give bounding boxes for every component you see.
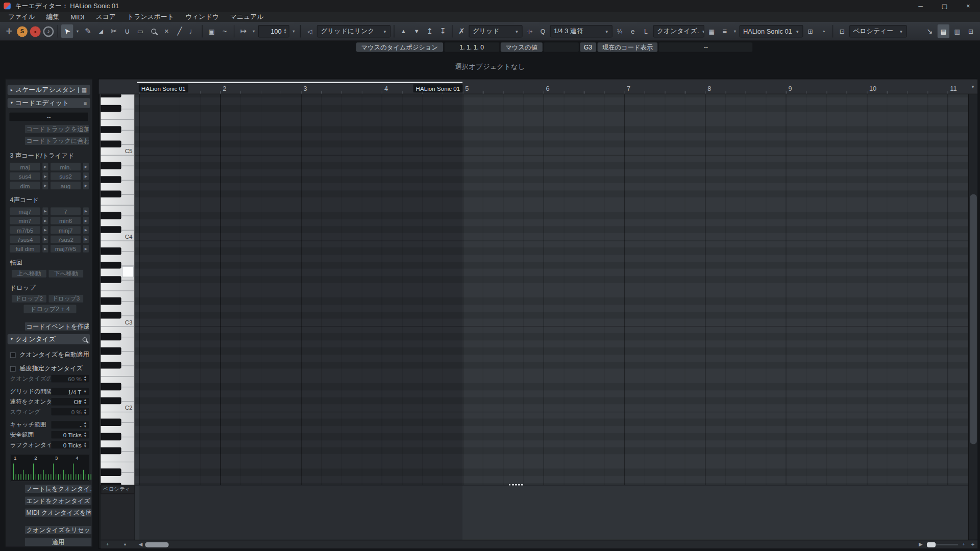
solo-editor-button[interactable]: S	[16, 24, 28, 38]
midi-part-region[interactable]	[139, 94, 462, 485]
menu-item[interactable]: MIDI	[65, 13, 90, 21]
piano-keys[interactable]: C5C4C3C2	[101, 94, 134, 485]
event-colors-select[interactable]: ベロシティー▼	[849, 25, 907, 37]
v-scroll-thumb[interactable]	[970, 194, 976, 444]
insert-velocity-caret[interactable]: ▼	[290, 24, 297, 38]
chord-button[interactable]: full dim	[9, 244, 40, 253]
quantize-q-icon[interactable]: Q	[537, 24, 549, 38]
section-transpose[interactable]: ▸ 移調 ♫	[8, 546, 90, 547]
black-key[interactable]	[101, 212, 121, 219]
audition-icon[interactable]: ◁	[304, 24, 315, 38]
nudge-up-icon[interactable]: ↥	[424, 24, 435, 38]
chord-variant-arrow[interactable]: ▶	[42, 207, 48, 215]
black-key[interactable]	[101, 262, 121, 269]
chord-button[interactable]: min.	[50, 162, 81, 171]
chord-button[interactable]: 7	[50, 207, 81, 215]
chord-button[interactable]: maj7/#5	[50, 244, 81, 253]
black-key[interactable]	[101, 176, 121, 183]
midi-input-icon[interactable]: ≡	[719, 24, 730, 38]
chord-variant-arrow[interactable]: ▶	[42, 181, 48, 190]
quantize-action-button[interactable]: ノート長をクオンタイズ	[24, 484, 92, 493]
quantize-apply-icon[interactable]: ✗	[456, 24, 468, 38]
black-key[interactable]	[101, 105, 121, 112]
v-zoom-area[interactable]	[968, 485, 977, 540]
black-key[interactable]	[101, 140, 121, 147]
glue-tool[interactable]: ∪	[121, 24, 133, 38]
black-key[interactable]	[101, 383, 121, 390]
line-tool[interactable]: ╱	[174, 24, 185, 38]
black-key[interactable]	[101, 162, 121, 169]
param-value[interactable]: 0 %▲▼	[51, 407, 89, 416]
grid-link-select[interactable]: グリッドにリンク▼	[317, 25, 390, 37]
length-quantize-l-icon[interactable]: L	[640, 24, 652, 38]
ruler[interactable]: HALion Sonic 01 HALion Sonic 01 23456789…	[99, 80, 968, 94]
chord-variant-arrow[interactable]: ▶	[83, 244, 89, 253]
split-tool[interactable]: ✂	[108, 24, 120, 38]
drop24-button[interactable]: ドロップ2 + 4	[23, 304, 77, 313]
menu-item[interactable]: ウィンドウ	[180, 12, 225, 21]
left-zone-toggle[interactable]: ▤	[938, 24, 949, 38]
h-zoom-in-button[interactable]: +	[960, 540, 968, 549]
param-value[interactable]: 0 Ticks▲▼	[51, 431, 89, 439]
match-chord-track-button[interactable]: コードトラックに合わせる	[24, 136, 89, 145]
black-key[interactable]	[101, 362, 121, 369]
iterative-quantize-icon[interactable]: ¼	[614, 24, 625, 38]
black-key[interactable]	[101, 433, 121, 440]
black-key[interactable]	[101, 397, 121, 405]
pitch-visibility-icon[interactable]: ✛	[3, 24, 15, 38]
lane-preset-caret[interactable]: ▼	[120, 540, 129, 549]
black-key[interactable]	[101, 226, 121, 233]
stepper-icon[interactable]: ▲▼	[84, 422, 87, 428]
chord-button[interactable]: aug	[50, 181, 81, 190]
menu-item[interactable]: スコア	[90, 12, 122, 21]
black-key[interactable]	[101, 312, 121, 319]
quantize-action-button[interactable]: クオンタイズをリセット	[24, 525, 92, 535]
object-selection-tool[interactable]: ➤	[61, 24, 73, 38]
menu-item[interactable]: マニュアル	[225, 12, 270, 21]
inversion-button[interactable]: 上へ移動	[11, 269, 47, 278]
chord-button[interactable]: sus2	[50, 172, 81, 181]
param-value[interactable]: 1/4 T▼	[51, 387, 89, 396]
black-key[interactable]	[101, 333, 121, 340]
chord-button[interactable]: minj7	[50, 226, 81, 234]
quantize-action-button[interactable]: エンドをクオンタイズ	[24, 496, 92, 505]
inversion-button[interactable]: 下へ移動	[48, 269, 84, 278]
black-key[interactable]	[101, 447, 121, 455]
close-button[interactable]: ×	[956, 0, 980, 12]
menu-item[interactable]: トランスポート	[121, 12, 180, 21]
minimize-button[interactable]: ─	[909, 0, 933, 12]
section-scale-assistant[interactable]: ▸ スケールアシスタント ▦	[8, 85, 90, 95]
comment-icon[interactable]: ⊡	[836, 24, 848, 38]
section-quantize[interactable]: ▾ クオンタイズ	[8, 334, 90, 344]
param-value[interactable]: Off▲▼	[51, 397, 89, 406]
chord-button[interactable]: m7/b5	[9, 226, 40, 234]
velocity-lane-label[interactable]: ベロシティー	[101, 485, 134, 494]
right-zone-toggle[interactable]: ▥	[951, 24, 963, 38]
nudge-down-icon[interactable]: ↧	[437, 24, 449, 38]
time-warp-tool[interactable]: ♩	[187, 24, 199, 38]
iq-checkbox[interactable]	[10, 366, 16, 371]
chord-button[interactable]: dim	[9, 181, 40, 190]
black-key[interactable]	[101, 297, 121, 305]
black-key[interactable]	[101, 190, 121, 197]
erase-tool[interactable]: ▭	[134, 24, 146, 38]
auto-apply-checkbox[interactable]	[10, 352, 16, 358]
chord-variant-arrow[interactable]: ▶	[42, 244, 48, 253]
section-chord-edit[interactable]: ▾ コードエディット ≡	[8, 98, 90, 108]
chord-button[interactable]: sus4	[9, 172, 40, 181]
zoom-tool[interactable]	[148, 24, 159, 38]
chord-variant-arrow[interactable]: ▶	[83, 162, 89, 171]
chord-variant-arrow[interactable]: ▶	[83, 235, 89, 243]
step-input-icon[interactable]: ▦	[705, 24, 717, 38]
acoustic-feedback-button[interactable]: ♪	[42, 24, 54, 38]
black-key[interactable]	[101, 247, 121, 255]
chord-variant-arrow[interactable]: ▶	[83, 181, 89, 190]
grid-type-select[interactable]: グリッド▼	[469, 25, 522, 37]
trim-tool[interactable]: ◢	[95, 24, 107, 38]
quantize-panel-icon[interactable]: e	[627, 24, 639, 38]
quantize-preset-select[interactable]: 1/4 3 連符▼	[550, 25, 612, 37]
menu-item[interactable]: 編集	[41, 12, 65, 21]
chord-button[interactable]: 7sus4	[9, 235, 40, 243]
open-in-window-icon[interactable]: ↘	[924, 24, 936, 38]
horizontal-scrollbar[interactable]: + ▼ ◀ ▶ +	[101, 540, 968, 548]
